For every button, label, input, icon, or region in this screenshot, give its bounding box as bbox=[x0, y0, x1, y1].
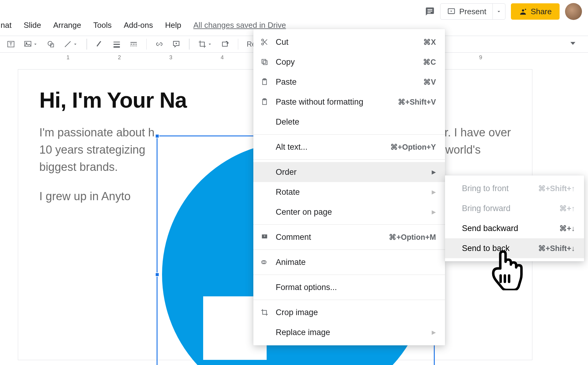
menu-arrange[interactable]: Arrange bbox=[47, 18, 87, 33]
ctx-paste[interactable]: Paste ⌘V bbox=[253, 72, 445, 92]
present-label: Present bbox=[459, 7, 486, 16]
svg-rect-25 bbox=[262, 59, 266, 63]
ctx-rotate[interactable]: Rotate ▶ bbox=[253, 182, 445, 202]
svg-rect-12 bbox=[130, 42, 137, 43]
svg-rect-19 bbox=[135, 46, 135, 46]
collapse-toolbar-icon[interactable] bbox=[569, 39, 577, 49]
submenu-arrow-icon: ▶ bbox=[432, 169, 436, 175]
present-button[interactable]: Present bbox=[440, 4, 492, 19]
ctx-replace-image[interactable]: Replace image ▶ bbox=[253, 322, 445, 342]
ctx-delete[interactable]: Delete bbox=[253, 112, 445, 132]
present-button-group: Present bbox=[440, 3, 505, 20]
ctx-center-on-page[interactable]: Center on page ▶ bbox=[253, 202, 445, 222]
paste-icon bbox=[260, 78, 269, 86]
copy-icon bbox=[260, 58, 269, 66]
menu-slide[interactable]: Slide bbox=[18, 18, 47, 33]
ctx-crop-image[interactable]: Crop image bbox=[253, 302, 445, 322]
ctx-paste-without-formatting[interactable]: Paste without formatting ⌘+Shift+V bbox=[253, 92, 445, 112]
svg-rect-11 bbox=[113, 46, 120, 48]
menu-tools[interactable]: Tools bbox=[87, 18, 118, 33]
svg-rect-24 bbox=[263, 61, 267, 65]
comments-icon[interactable] bbox=[425, 7, 435, 16]
crop-icon bbox=[260, 308, 269, 316]
resize-handle-ml[interactable] bbox=[155, 272, 159, 277]
comment-add-icon: + bbox=[260, 233, 269, 241]
svg-rect-10 bbox=[113, 44, 120, 45]
cursor-pointer-icon bbox=[487, 248, 523, 292]
svg-rect-17 bbox=[132, 46, 132, 46]
reset-image-tool[interactable] bbox=[220, 39, 231, 50]
context-menu: Cut ⌘X Copy ⌘C Paste ⌘V Paste without fo… bbox=[253, 29, 445, 345]
line-color-tool[interactable] bbox=[94, 39, 105, 50]
avatar[interactable] bbox=[565, 3, 582, 20]
text-box-tool[interactable] bbox=[5, 39, 16, 50]
share-label: Share bbox=[531, 7, 552, 16]
menu-addons[interactable]: Add-ons bbox=[118, 18, 159, 33]
svg-rect-16 bbox=[130, 46, 131, 46]
cut-icon bbox=[260, 38, 269, 46]
line-weight-tool[interactable] bbox=[111, 39, 122, 50]
menu-help[interactable]: Help bbox=[159, 18, 187, 33]
sub-send-backward[interactable]: Send backward ⌘+↓ bbox=[445, 218, 584, 238]
ruler-mark: 4 bbox=[221, 54, 224, 61]
ctx-comment[interactable]: + Comment ⌘+Option+M bbox=[253, 227, 445, 247]
sub-bring-to-front[interactable]: Bring to front ⌘+Shift+↑ bbox=[445, 178, 584, 198]
submenu-arrow-icon: ▶ bbox=[432, 189, 436, 195]
ctx-alt-text[interactable]: Alt text... ⌘+Option+Y bbox=[253, 137, 445, 157]
insert-shape-tool[interactable] bbox=[45, 39, 56, 50]
paste-plain-icon bbox=[260, 98, 269, 106]
ctx-copy[interactable]: Copy ⌘C bbox=[253, 52, 445, 72]
menu-bar: nat Slide Arrange Tools Add-ons Help All… bbox=[0, 18, 292, 37]
slide-title: Hi, I'm Your Na bbox=[39, 88, 187, 112]
svg-rect-18 bbox=[133, 46, 134, 46]
ctx-animate[interactable]: Animate bbox=[253, 252, 445, 272]
svg-rect-21 bbox=[222, 42, 227, 46]
ctx-format-options[interactable]: Format options... bbox=[253, 277, 445, 297]
svg-rect-1 bbox=[427, 11, 432, 11]
ruler-mark: 3 bbox=[169, 54, 172, 61]
menu-format[interactable]: nat bbox=[0, 18, 18, 33]
ruler-mark: 2 bbox=[118, 54, 121, 61]
animate-icon bbox=[260, 258, 269, 266]
svg-point-7 bbox=[48, 41, 52, 46]
present-dropdown-caret[interactable] bbox=[492, 4, 505, 19]
ctx-cut[interactable]: Cut ⌘X bbox=[253, 32, 445, 52]
share-button[interactable]: Share bbox=[511, 3, 560, 20]
ruler-mark: 1 bbox=[67, 54, 70, 61]
submenu-arrow-icon: ▶ bbox=[432, 329, 436, 336]
ruler-mark: 9 bbox=[479, 54, 482, 61]
svg-rect-20 bbox=[136, 46, 137, 46]
resize-handle-tl[interactable] bbox=[155, 134, 159, 138]
submenu-arrow-icon: ▶ bbox=[432, 209, 436, 215]
insert-line-tool[interactable] bbox=[62, 39, 79, 50]
insert-image-tool[interactable] bbox=[22, 39, 39, 50]
svg-rect-0 bbox=[427, 9, 432, 10]
sub-bring-forward[interactable]: Bring forward ⌘+↑ bbox=[445, 198, 584, 218]
ctx-order[interactable]: Order ▶ bbox=[253, 162, 445, 182]
line-dash-tool[interactable] bbox=[128, 39, 139, 50]
svg-rect-14 bbox=[133, 44, 135, 44]
svg-rect-5 bbox=[25, 41, 31, 46]
svg-text:+: + bbox=[263, 234, 266, 238]
insert-comment-tool[interactable] bbox=[171, 39, 182, 50]
slide-body-text-2: I grew up in Anyto bbox=[39, 190, 131, 203]
svg-rect-9 bbox=[113, 42, 120, 42]
svg-rect-2 bbox=[427, 12, 431, 13]
svg-rect-15 bbox=[135, 44, 137, 44]
insert-link-tool[interactable] bbox=[154, 39, 165, 50]
svg-rect-13 bbox=[130, 44, 132, 44]
crop-tool[interactable] bbox=[197, 39, 214, 50]
